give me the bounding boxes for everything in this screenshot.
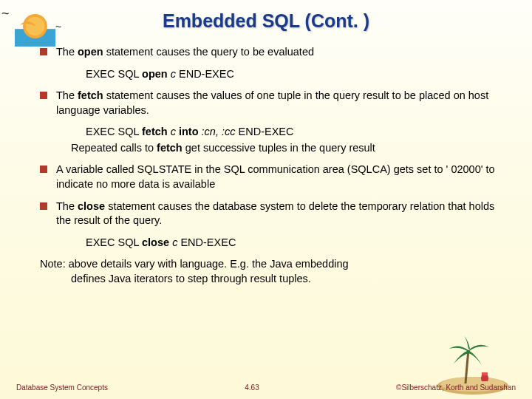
fetch-note: Repeated calls to fetch get successive t… [40,141,510,156]
slide-content: The open statement causes the query to b… [0,45,532,286]
bird-icon: ~ [1,6,10,21]
slide-title: Embedded SQL (Cont. ) [0,0,532,45]
bullet-open: The open statement causes the query to b… [40,45,510,60]
footer-copyright: ©Silberschatz, Korth and Sudarshan [396,383,516,392]
code-close: EXEC SQL close c END-EXEC [40,236,510,250]
note-text: Note: above details vary with language. … [40,257,510,286]
slide-footer: Database System Concepts 4.63 ©Silbersch… [0,383,532,392]
footer-page-number: 4.63 [245,383,259,392]
bullet-fetch: The fetch statement causes the values of… [40,89,510,117]
bullet-sqlstate: A variable called SQLSTATE in the SQL co… [40,163,510,191]
bullet-close: The close statement causes the database … [40,200,510,228]
sun-icon [15,6,55,47]
code-fetch: EXEC SQL fetch c into :cn, :cc END-EXEC [40,125,510,140]
footer-left: Database System Concepts [16,383,108,392]
code-open: EXEC SQL open c END-EXEC [40,67,510,82]
bird-icon-2: ~ [55,21,61,33]
